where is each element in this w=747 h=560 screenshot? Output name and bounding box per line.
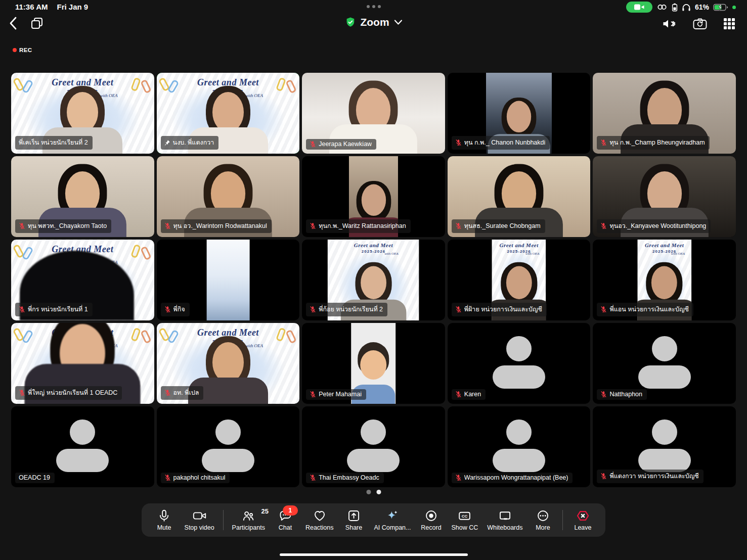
muted-mic-icon (310, 391, 316, 398)
participant-name: ทุนก.พ._Waritz Rattanasiriphan (319, 221, 406, 231)
show-cc-button[interactable]: CCShow CC (447, 503, 482, 537)
participant-tile[interactable]: Greet and Meet2025-2026with OEAพี่ก้อย ห… (302, 240, 445, 320)
memoji-head (360, 350, 386, 380)
participant-name-label: อท. พี่เปล (161, 386, 204, 400)
video-icon (192, 509, 207, 523)
muted-mic-icon (19, 306, 25, 313)
muted-mic-icon (600, 306, 607, 313)
toolbar-divider (562, 510, 563, 530)
back-button[interactable] (8, 15, 18, 31)
heart-icon (313, 509, 327, 523)
participants-label: Participants (232, 524, 265, 531)
participant-name-label: พี่กิจ (161, 303, 190, 316)
participant-tile[interactable]: ทุน พสวท._Chayakorn Taoto (11, 156, 154, 237)
participant-tile[interactable]: Warissaporn Wongrattanapipat (Bee) (448, 406, 591, 487)
record-button[interactable]: Record (415, 503, 447, 537)
participant-tile[interactable]: Greet and Meet2025-2026with OEAอท. พี่เป… (157, 323, 300, 404)
multitask-windows-button[interactable] (29, 16, 45, 31)
muted-mic-icon (600, 222, 607, 229)
greet-title: Greet and Meet (492, 242, 546, 248)
mute-button[interactable]: Mute (149, 503, 180, 537)
person-head (651, 266, 677, 299)
participant-tile[interactable]: Greet and Meet2025-2026with OEAพี่เคเร็น… (11, 73, 154, 154)
share-button[interactable]: Share (338, 503, 370, 537)
clock: 11:36 AM (15, 3, 48, 11)
participant-tile[interactable]: ทุน ก.พ._ Chanon Nunbhakdi (448, 73, 591, 154)
participant-tile[interactable]: Jeerapa Kaewkiaw (302, 73, 445, 154)
avatar-body (56, 449, 109, 472)
participant-name-label: พี่เคเร็น หน่วยนักเรียนที่ 2 (15, 136, 93, 150)
avatar-body (493, 365, 545, 389)
avatar-placeholder (637, 419, 692, 472)
home-indicator[interactable] (280, 553, 468, 556)
avatar-head (506, 419, 532, 445)
participant-name: พี่เคเร็น หน่วยนักเรียนที่ 2 (19, 137, 88, 148)
participant-tile[interactable]: Greet and Meet2025-2026with OEAพี่แอน หน… (593, 240, 736, 320)
muted-mic-icon (164, 306, 171, 313)
more-button[interactable]: More (527, 503, 558, 537)
participant-tile[interactable]: Greet and Meet2025-2026with OEAนงบ. พี่แ… (157, 73, 300, 154)
participant-tile[interactable]: ทุนอว._Kanyavee Wootitunthipong (593, 156, 736, 237)
participants-button[interactable]: Participants25 (228, 503, 270, 537)
mic-icon (157, 509, 171, 523)
page-dot[interactable] (366, 490, 371, 494)
muted-mic-icon (164, 222, 171, 229)
audio-output-button[interactable] (661, 16, 678, 31)
participant-tile[interactable]: ทุนสธ._Suratee Chobngam (448, 156, 591, 237)
avatar-placeholder (491, 419, 547, 472)
sparkle-icon (385, 509, 400, 523)
participant-tile[interactable]: Greet and Meet2025-2026with OEAพี่ใหญ่ ห… (11, 323, 154, 404)
participant-name-label: นงบ. พี่แตงกวา (161, 136, 219, 150)
avatar-head (215, 419, 241, 445)
participant-tile[interactable]: Greet and Meet2025-2026with OEAพี่กร หน่… (11, 240, 154, 320)
chat-button[interactable]: Chat1 (270, 503, 301, 537)
participant-name: pakaphol chitsakul (173, 474, 226, 481)
person-head (361, 184, 385, 216)
avatar-placeholder (200, 419, 256, 472)
participant-name: ทุน พสวท._Chayakorn Taoto (28, 221, 107, 231)
participant-tile[interactable]: Natthaphon (593, 323, 736, 404)
switch-camera-button[interactable] (691, 16, 709, 31)
participant-tile[interactable]: พี่กิจ (157, 240, 300, 320)
muted-mic-icon (310, 141, 316, 148)
apps-grid-button[interactable] (722, 16, 737, 31)
participant-tile[interactable]: ทุน อว._Warintorn Rodwattanakul (157, 156, 300, 237)
page-dots[interactable] (366, 490, 381, 494)
participant-name: Thai Embassy Oeadc (319, 474, 379, 481)
ai-companion-button[interactable]: AI Compan... (370, 503, 416, 537)
participant-tile[interactable]: พี่แตงกวา หน่วยการเงินและบัญชี (593, 406, 736, 487)
participant-tile[interactable]: Greet and Meet2025-2026with OEAพี่ฝ้าย ห… (448, 240, 591, 320)
muted-mic-icon (310, 222, 316, 229)
participant-name: พี่ก้อย หน่วยนักเรียนที่ 2 (319, 304, 383, 314)
nav-bar: Zoom (0, 13, 747, 35)
participant-name-label: Peter Mahamai (306, 389, 366, 400)
leave-button[interactable]: Leave (567, 503, 598, 537)
muted-mic-icon (455, 391, 462, 398)
chevron-left-icon (9, 16, 17, 30)
participant-tile[interactable]: Peter Mahamai (302, 323, 445, 404)
participant-tile[interactable]: OEADC 19 (11, 406, 154, 487)
avatar-body (638, 365, 691, 389)
stop-video-button[interactable]: Stop video (180, 503, 219, 537)
greet-tagline: with OEA (384, 252, 398, 256)
participant-name-label: Karen (452, 389, 486, 400)
reactions-button[interactable]: Reactions (301, 503, 338, 537)
participant-name-label: Jeerapa Kaewkiaw (306, 139, 376, 150)
participant-name: Jeerapa Kaewkiaw (319, 141, 372, 148)
participant-tile[interactable]: ทุนก.พ._Waritz Rattanasiriphan (302, 156, 445, 237)
person-head (507, 101, 531, 132)
participant-name-label: Thai Embassy Oeadc (306, 473, 384, 483)
page-dot[interactable] (376, 490, 381, 494)
participant-tile[interactable]: Karen (448, 323, 591, 404)
participant-tile[interactable]: ทุน ก.พ._Champ Bheungviradham (593, 73, 736, 154)
whiteboards-button[interactable]: Whiteboards (482, 503, 527, 537)
chat-badge: 1 (283, 505, 298, 516)
multitask-dots-icon[interactable] (367, 5, 381, 8)
meeting-title-dropdown[interactable]: Zoom (344, 16, 402, 28)
more-icon (536, 509, 550, 523)
participant-tile[interactable]: Thai Embassy Oeadc (302, 406, 445, 487)
record-icon (424, 509, 438, 523)
participant-tile[interactable]: pakaphol chitsakul (157, 406, 300, 487)
camera-active-pill (626, 2, 652, 13)
security-shield-icon (344, 16, 356, 28)
